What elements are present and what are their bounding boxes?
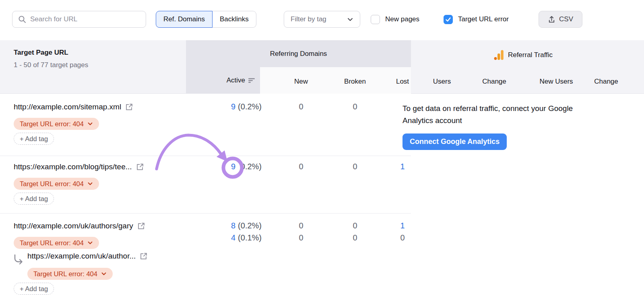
active-percent: (0.2%)	[238, 102, 262, 111]
active-count-link[interactable]: 4	[231, 233, 235, 242]
target-url-link[interactable]: http://example.com/sitemap.xml	[14, 103, 121, 111]
table-row: https://example.com/blog/tips/tee... Tar…	[0, 156, 644, 214]
target-url-error-badge[interactable]: Target URL error: 404	[14, 118, 99, 130]
target-page-url-header: Target Page URL 1 - 50 of 77 target page…	[14, 49, 88, 69]
broken-count: 0	[337, 102, 373, 111]
table-body: http://example.com/sitemap.xml Target UR…	[0, 94, 644, 308]
target-url-link[interactable]: http://example.com/uk/authors/gary	[14, 222, 133, 230]
active-percent: (0.2%)	[238, 221, 262, 230]
referral-traffic-group-header: Referral Traffic	[451, 50, 596, 60]
table-row: http://example.com/sitemap.xml Target UR…	[0, 94, 644, 156]
filter-by-tag-label: Filter by tag	[291, 15, 326, 23]
toolbar: Ref. Domains Backlinks Filter by tag New…	[0, 0, 644, 40]
table-header: Target Page URL 1 - 50 of 77 target page…	[0, 40, 644, 94]
redirect-arrow-icon	[13, 254, 24, 265]
target-url-error-badge[interactable]: Target URL error: 404	[14, 178, 99, 190]
search-input-wrapper	[12, 11, 146, 28]
column-header-broken[interactable]: Broken	[337, 77, 373, 86]
column-header-change-2[interactable]: Change	[588, 77, 624, 86]
external-link-icon[interactable]	[125, 103, 133, 111]
csv-button-label: CSV	[559, 15, 573, 23]
external-link-icon[interactable]	[137, 222, 145, 230]
new-pages-label: New pages	[385, 15, 419, 23]
add-tag-button[interactable]: + Add tag	[14, 193, 54, 205]
ga-connect-panel: To get data on referral traffic, connect…	[402, 103, 592, 150]
active-count-link-highlighted[interactable]: 9	[231, 162, 235, 171]
pagination-summary: 1 - 50 of 77 target pages	[14, 61, 88, 69]
search-input[interactable]	[30, 15, 140, 23]
new-count: 0	[283, 233, 319, 242]
external-link-icon[interactable]	[140, 252, 148, 260]
referral-traffic-label: Referral Traffic	[508, 51, 553, 59]
lost-count-link[interactable]: 1	[384, 221, 421, 230]
new-count: 0	[283, 102, 319, 111]
target-url-error-badge[interactable]: Target URL error: 404	[27, 268, 113, 280]
backlink-audit-target-pages-screen: Ref. Domains Backlinks Filter by tag New…	[0, 0, 644, 308]
column-header-new-users[interactable]: New Users	[534, 77, 578, 86]
new-pages-checkbox[interactable]: New pages	[371, 11, 419, 28]
chevron-down-icon	[87, 181, 93, 187]
target-url-error-label: Target URL error	[458, 15, 509, 23]
active-count-link[interactable]: 9	[231, 102, 235, 111]
checkbox-unchecked-icon[interactable]	[371, 15, 380, 24]
ref-domains-toggle-button[interactable]: Ref. Domains	[156, 11, 213, 28]
add-tag-button[interactable]: + Add tag	[14, 133, 54, 145]
target-url-link[interactable]: https://example.com/blog/tips/tee...	[14, 162, 132, 171]
referring-domains-group-header: Referring Domains	[186, 40, 411, 67]
active-count-link[interactable]: 8	[231, 221, 235, 230]
target-url-error-badge[interactable]: Target URL error: 404	[14, 237, 99, 249]
lost-count-link[interactable]: 1	[384, 162, 421, 171]
sort-descending-icon	[248, 78, 255, 83]
search-icon	[18, 15, 26, 23]
lost-count: 0	[384, 233, 421, 242]
chevron-down-icon	[347, 16, 353, 23]
column-header-active[interactable]: Active	[186, 67, 260, 94]
column-header-lost[interactable]: Lost	[384, 77, 421, 86]
checkbox-checked-icon[interactable]	[444, 15, 453, 24]
chevron-down-icon	[87, 121, 93, 127]
chevron-down-icon	[87, 240, 93, 246]
filter-by-tag-dropdown[interactable]: Filter by tag	[284, 11, 360, 28]
add-tag-button[interactable]: + Add tag	[14, 283, 54, 295]
active-percent: (0.2%)	[238, 162, 262, 171]
table-row: http://example.com/uk/authors/gary Targe…	[0, 214, 644, 308]
connect-google-analytics-button[interactable]: Connect Google Analytics	[402, 133, 507, 150]
google-analytics-icon	[494, 50, 504, 60]
broken-count: 0	[337, 162, 373, 171]
broken-count: 0	[337, 233, 373, 242]
export-csv-button[interactable]: CSV	[539, 11, 582, 28]
backlinks-toggle-button[interactable]: Backlinks	[213, 11, 256, 28]
column-header-users[interactable]: Users	[424, 77, 460, 86]
chevron-down-icon	[101, 271, 107, 277]
column-header-new[interactable]: New	[283, 77, 319, 86]
target-url-error-checkbox[interactable]: Target URL error	[444, 11, 509, 28]
new-count: 0	[283, 221, 319, 230]
ga-connect-message: To get data on referral traffic, connect…	[402, 103, 592, 127]
target-page-url-title: Target Page URL	[14, 49, 88, 57]
column-header-change[interactable]: Change	[476, 77, 512, 86]
new-count: 0	[283, 162, 319, 171]
active-percent: (0.1%)	[238, 233, 262, 242]
redirect-target-url-link[interactable]: https://example.com/uk/author...	[27, 252, 136, 261]
broken-count: 0	[337, 221, 373, 230]
view-toggle: Ref. Domains Backlinks	[156, 11, 256, 28]
upload-icon	[548, 16, 555, 23]
external-link-icon[interactable]	[136, 163, 144, 171]
